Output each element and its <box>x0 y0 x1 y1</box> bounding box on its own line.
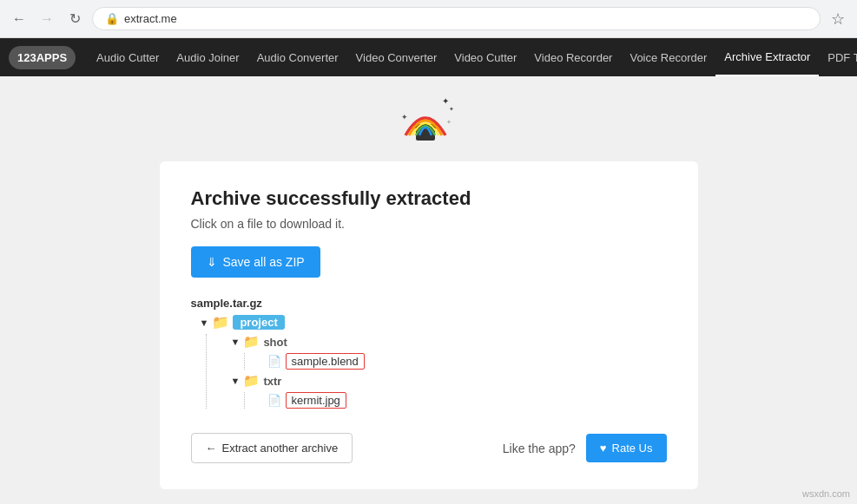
root-folder-label: project <box>233 315 284 330</box>
shot-folder-row: ▼ 📁 shot <box>231 334 667 350</box>
archive-name: sample.tar.gz <box>191 297 667 310</box>
nav-item-audio-cutter[interactable]: Audio Cutter <box>88 38 168 76</box>
success-title: Archive successfully extracted <box>191 187 667 210</box>
back-button[interactable]: ← <box>9 9 30 29</box>
file-doc-icon-blend: 📄 <box>267 355 281 368</box>
nav-item-video-cutter[interactable]: Video Cutter <box>445 38 525 76</box>
nav-item-archive-extractor[interactable]: Archive Extractor <box>715 38 819 76</box>
heart-icon: ♥ <box>600 442 607 455</box>
lock-icon: 🔒 <box>105 12 119 25</box>
shot-folder-icon: 📁 <box>243 334 260 350</box>
url-text: extract.me <box>124 12 177 25</box>
nav-item-video-recorder[interactable]: Video Recorder <box>525 38 621 76</box>
shot-children: 📄 sample.blend <box>244 353 667 370</box>
txtr-folder-icon: 📁 <box>243 373 260 389</box>
file-doc-icon-jpg: 📄 <box>267 394 281 407</box>
root-collapse-arrow[interactable]: ▼ <box>200 317 209 328</box>
txtr-folder-row: ▼ 📁 txtr <box>231 373 667 389</box>
nav-items: Audio Cutter Audio Joiner Audio Converte… <box>88 38 857 76</box>
txtr-collapse-arrow[interactable]: ▼ <box>231 376 241 386</box>
svg-text:✦: ✦ <box>449 106 454 112</box>
kermit-jpg-row[interactable]: 📄 kermit.jpg <box>267 392 667 409</box>
watermark: wsxdn.com <box>802 488 850 499</box>
shot-folder-label: shot <box>263 336 287 349</box>
bookmark-button[interactable]: ☆ <box>827 9 848 29</box>
sample-blend-row[interactable]: 📄 sample.blend <box>267 353 667 370</box>
nav-item-audio-joiner[interactable]: Audio Joiner <box>168 38 247 76</box>
download-icon: ⇓ <box>207 255 217 269</box>
forward-button[interactable]: → <box>36 9 57 29</box>
back-arrow-icon: ← <box>206 442 217 455</box>
kermit-jpg-label[interactable]: kermit.jpg <box>286 392 346 409</box>
save-zip-button[interactable]: ⇓ Save all as ZIP <box>191 246 320 278</box>
svg-text:✦: ✦ <box>442 96 449 106</box>
address-bar[interactable]: 🔒 extract.me <box>92 7 821 30</box>
browser-chrome: ← → ↻ 🔒 extract.me ☆ <box>0 0 857 38</box>
rainbow-logo: ✦ ✦ ✦ ✦ <box>399 94 459 153</box>
brand-logo[interactable]: 123APPS <box>9 46 76 69</box>
shot-collapse-arrow[interactable]: ▼ <box>231 337 241 347</box>
success-subtitle: Click on a file to download it. <box>191 217 667 231</box>
like-app-text: Like the app? <box>503 442 576 455</box>
rate-us-label: Rate Us <box>612 442 653 455</box>
svg-text:✦: ✦ <box>446 119 452 125</box>
txtr-children: 📄 kermit.jpg <box>244 392 667 409</box>
sample-blend-label[interactable]: sample.blend <box>286 353 365 370</box>
rate-us-button[interactable]: ♥ Rate Us <box>586 434 667 462</box>
root-folder-icon: 📁 <box>212 314 229 331</box>
main-content: ✦ ✦ ✦ ✦ Archive successfull <box>0 76 857 504</box>
nav-item-audio-converter[interactable]: Audio Converter <box>248 38 347 76</box>
card: Archive successfully extracted Click on … <box>160 161 698 489</box>
nav-item-voice-recorder[interactable]: Voice Recorder <box>621 38 715 76</box>
nav-item-video-converter[interactable]: Video Converter <box>347 38 446 76</box>
root-children: ▼ 📁 shot 📄 sample.blend ▼ 📁 <box>206 334 667 409</box>
svg-text:✦: ✦ <box>401 113 408 121</box>
root-folder-row: ▼ 📁 project <box>191 314 667 331</box>
browser-toolbar: ← → ↻ 🔒 extract.me ☆ <box>0 0 857 37</box>
app-nav: 123APPS Audio Cutter Audio Joiner Audio … <box>0 38 857 76</box>
nav-item-pdf-tools[interactable]: PDF Tools <box>819 38 857 76</box>
reload-button[interactable]: ↻ <box>64 9 85 29</box>
file-tree: sample.tar.gz ▼ 📁 project ▼ 📁 shot <box>191 297 667 409</box>
logo-area: ✦ ✦ ✦ ✦ <box>160 94 698 153</box>
extract-another-label: Extract another archive <box>222 442 339 455</box>
bottom-bar: ← Extract another archive Like the app? … <box>191 433 667 463</box>
rate-us-area: Like the app? ♥ Rate Us <box>503 434 667 462</box>
save-zip-label: Save all as ZIP <box>223 255 305 269</box>
txtr-folder-label: txtr <box>263 375 281 388</box>
extract-another-button[interactable]: ← Extract another archive <box>191 433 353 463</box>
